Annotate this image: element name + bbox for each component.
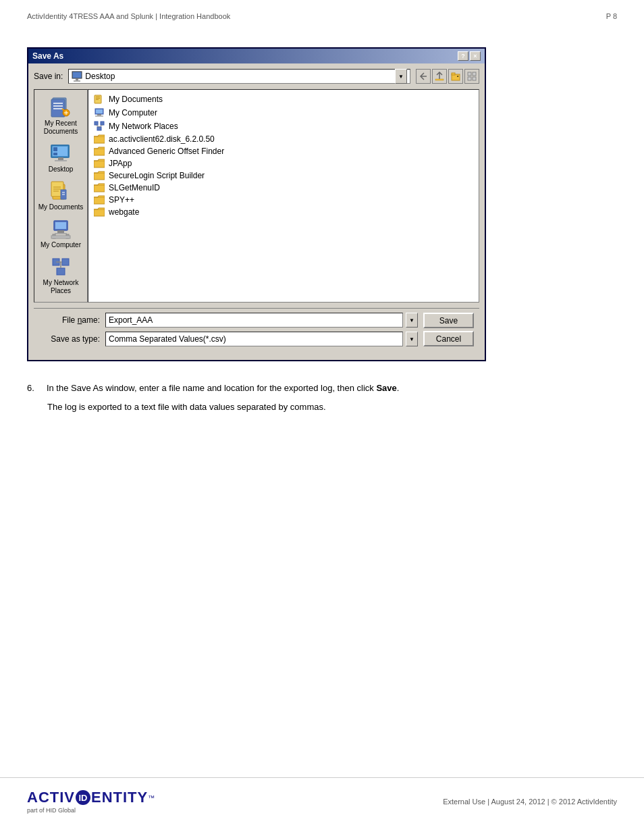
sidebar-item-my-recent[interactable]: My RecentDocuments — [36, 94, 85, 138]
footer-logo-sub: part of HID Global — [27, 807, 155, 814]
my-documents-icon — [50, 180, 72, 202]
svg-rect-53 — [95, 122, 98, 125]
dialog-controls: ? × — [458, 51, 481, 61]
instruction-text: In the Save As window, enter a file name… — [47, 383, 374, 393]
sidebar-item-my-computer-label: My Computer — [41, 241, 81, 249]
desktop-icon — [72, 71, 82, 82]
folder-icon-spy — [94, 195, 105, 205]
save-as-type-arrow[interactable]: ▼ — [406, 332, 418, 346]
cancel-button[interactable]: Cancel — [423, 331, 474, 346]
my-network-file-icon — [94, 121, 105, 132]
sidebar-item-my-network[interactable]: My NetworkPlaces — [36, 253, 85, 298]
footer-logo-entity: ENTITY — [91, 789, 148, 806]
views-icon — [467, 72, 477, 81]
svg-rect-10 — [473, 77, 476, 80]
file-item-my-documents[interactable]: My Documents — [91, 93, 476, 106]
svg-rect-25 — [53, 153, 57, 155]
file-item-spy[interactable]: SPY++ — [91, 194, 476, 206]
file-item-slgetmenuid[interactable]: SLGetMenuID — [91, 182, 476, 194]
back-button[interactable] — [416, 69, 431, 84]
svg-rect-24 — [53, 147, 57, 151]
file-item-my-computer-label: My Computer — [109, 108, 157, 118]
sidebar-item-desktop[interactable]: Desktop — [36, 140, 85, 176]
file-item-webgate[interactable]: webgate — [91, 206, 476, 218]
file-item-my-network-label: My Network Places — [109, 122, 178, 131]
file-item-jpapp-label: JPApp — [109, 159, 132, 168]
instructions-block: 6. In the Save As window, enter a file n… — [27, 382, 617, 395]
svg-rect-9 — [468, 77, 471, 80]
save-button[interactable]: Save — [423, 313, 474, 328]
my-documents-file-icon — [94, 94, 105, 105]
svg-rect-52 — [95, 115, 103, 117]
file-item-jpapp[interactable]: JPApp — [91, 157, 476, 170]
close-button[interactable]: × — [470, 51, 481, 61]
sidebar: My RecentDocuments — [34, 89, 88, 303]
svg-rect-47 — [96, 98, 100, 99]
svg-rect-2 — [74, 80, 80, 82]
folder-icon-slgetmenuid — [94, 183, 105, 192]
instruction-bold-word: Save — [376, 383, 396, 393]
folder-icon-advanced-generic — [94, 147, 105, 156]
page-number: P 8 — [606, 12, 617, 20]
up-icon — [435, 72, 444, 81]
action-buttons: Save Cancel — [423, 313, 474, 346]
sidebar-item-my-documents[interactable]: My Documents — [36, 178, 85, 214]
new-folder-button[interactable]: * — [448, 69, 463, 84]
svg-rect-55 — [97, 127, 101, 130]
file-item-spy-label: SPY++ — [109, 195, 134, 205]
svg-rect-48 — [96, 99, 99, 100]
save-as-type-dropdown[interactable]: Comma Separated Values(*.csv) — [105, 332, 403, 346]
footer-right: External Use | August 24, 2012 | © 2012 … — [443, 798, 617, 806]
svg-rect-7 — [468, 72, 471, 76]
save-as-dialog: Save As ? × Save in: — [27, 47, 486, 361]
file-item-securelogin[interactable]: SecureLogin Script Builder — [91, 170, 476, 182]
save-as-type-value: Comma Separated Values(*.csv) — [109, 334, 226, 344]
instruction-period: . — [397, 383, 400, 393]
help-button[interactable]: ? — [458, 51, 468, 61]
sidebar-item-desktop-label: Desktop — [49, 165, 74, 174]
instructions-detail: The log is exported to a text file with … — [47, 400, 617, 414]
svg-rect-41 — [62, 259, 69, 265]
my-recent-icon — [50, 97, 72, 118]
save-in-dropdown[interactable]: Desktop ▼ — [68, 69, 410, 84]
save-in-arrow[interactable]: ▼ — [395, 69, 407, 84]
file-name-input-wrapper: ▼ — [105, 313, 418, 328]
svg-rect-46 — [96, 97, 100, 97]
sidebar-item-my-network-label: My NetworkPlaces — [43, 279, 79, 295]
up-button[interactable] — [432, 69, 447, 84]
footer-logo: ACTIV ID ENTITY ™ part of HID Global — [27, 789, 155, 814]
file-list: My Documents My Computer — [88, 89, 479, 303]
folder-icon-webgate — [94, 207, 105, 217]
new-folder-icon: * — [451, 72, 460, 81]
svg-rect-50 — [96, 109, 103, 113]
sidebar-item-my-documents-label: My Documents — [38, 203, 84, 211]
file-item-activclient-label: ac.activclient62.disk_6.2.0.50 — [109, 134, 215, 144]
file-item-my-network-places[interactable]: My Network Places — [91, 120, 476, 133]
save-in-label: Save in: — [34, 72, 63, 81]
svg-rect-39 — [51, 236, 70, 238]
dialog-panel: My RecentDocuments — [34, 89, 479, 303]
file-name-input[interactable] — [105, 313, 403, 328]
file-item-my-documents-label: My Documents — [109, 95, 163, 104]
svg-rect-36 — [55, 233, 67, 234]
view-button[interactable] — [464, 69, 479, 84]
footer-logo-trademark: ™ — [148, 794, 155, 802]
file-item-webgate-label: webgate — [109, 207, 139, 217]
file-item-advanced-generic-label: Advanced Generic Offset Finder — [109, 147, 224, 156]
step-number: 6. — [27, 383, 34, 393]
file-item-my-computer[interactable]: My Computer — [91, 106, 476, 120]
sidebar-item-my-computer[interactable]: My Computer — [36, 215, 85, 252]
desktop-sidebar-icon — [50, 142, 72, 164]
back-icon — [419, 72, 428, 81]
footer-logo-activ: ACTIV — [27, 789, 75, 806]
svg-rect-8 — [473, 72, 476, 76]
file-name-dropdown-arrow[interactable]: ▼ — [406, 313, 418, 328]
dialog-title: Save As — [32, 51, 63, 61]
sidebar-item-my-recent-label: My RecentDocuments — [44, 120, 78, 136]
file-item-advanced-generic[interactable]: Advanced Generic Offset Finder — [91, 145, 476, 157]
file-item-activclient[interactable]: ac.activclient62.disk_6.2.0.50 — [91, 133, 476, 145]
page-footer: ACTIV ID ENTITY ™ part of HID Global Ext… — [0, 777, 644, 814]
svg-rect-5 — [452, 73, 455, 75]
bottom-section: File name: ▼ Save as type: — [34, 308, 479, 355]
file-name-row: File name: ▼ — [39, 313, 418, 328]
